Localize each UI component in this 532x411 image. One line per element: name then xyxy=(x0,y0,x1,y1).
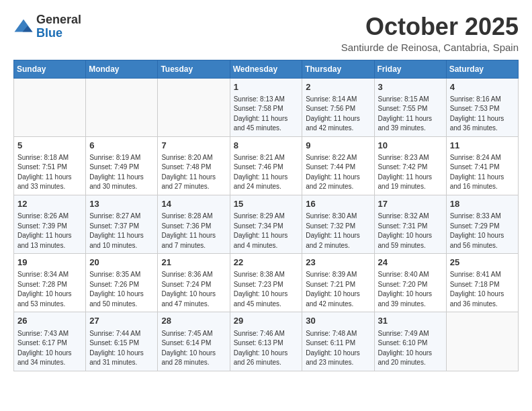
calendar-cell: 1Sunrise: 8:13 AMSunset: 7:58 PMDaylight… xyxy=(230,78,302,136)
weekday-header-wednesday: Wednesday xyxy=(230,60,302,78)
calendar-cell: 13Sunrise: 8:27 AMSunset: 7:37 PMDayligh… xyxy=(86,195,158,253)
weekday-header-saturday: Saturday xyxy=(446,60,518,78)
calendar-week-4: 19Sunrise: 8:34 AMSunset: 7:28 PMDayligh… xyxy=(14,254,519,312)
day-number: 8 xyxy=(234,140,299,152)
calendar-cell xyxy=(86,78,158,136)
day-info: Sunrise: 8:40 AMSunset: 7:20 PMDaylight:… xyxy=(378,270,443,309)
day-number: 22 xyxy=(234,257,299,269)
day-number: 20 xyxy=(89,257,154,269)
day-info: Sunrise: 8:41 AMSunset: 7:18 PMDaylight:… xyxy=(450,270,515,309)
calendar-cell: 29Sunrise: 7:46 AMSunset: 6:13 PMDayligh… xyxy=(230,312,302,371)
day-info: Sunrise: 8:22 AMSunset: 7:44 PMDaylight:… xyxy=(306,153,370,192)
calendar-cell: 2Sunrise: 8:14 AMSunset: 7:56 PMDaylight… xyxy=(302,78,374,136)
day-info: Sunrise: 8:35 AMSunset: 7:26 PMDaylight:… xyxy=(89,270,154,309)
calendar-cell: 21Sunrise: 8:36 AMSunset: 7:24 PMDayligh… xyxy=(158,254,230,312)
day-number: 9 xyxy=(306,140,370,152)
day-number: 18 xyxy=(450,198,515,210)
day-info: Sunrise: 8:15 AMSunset: 7:55 PMDaylight:… xyxy=(378,95,443,134)
calendar-cell: 22Sunrise: 8:38 AMSunset: 7:23 PMDayligh… xyxy=(230,254,302,312)
day-number: 1 xyxy=(234,81,299,93)
day-number: 27 xyxy=(89,315,154,327)
calendar-cell: 19Sunrise: 8:34 AMSunset: 7:28 PMDayligh… xyxy=(14,254,86,312)
title-block: October 2025 Santiurde de Reinosa, Canta… xyxy=(341,13,519,53)
calendar-cell: 8Sunrise: 8:21 AMSunset: 7:46 PMDaylight… xyxy=(230,136,302,195)
day-number: 10 xyxy=(378,140,443,152)
day-info: Sunrise: 8:38 AMSunset: 7:23 PMDaylight:… xyxy=(234,270,299,309)
day-info: Sunrise: 8:28 AMSunset: 7:36 PMDaylight:… xyxy=(161,212,226,250)
month-title: October 2025 xyxy=(341,13,519,40)
weekday-header-sunday: Sunday xyxy=(14,60,86,78)
logo-icon xyxy=(13,17,34,37)
page-header: General Blue October 2025 Santiurde de R… xyxy=(13,13,519,53)
calendar-cell: 10Sunrise: 8:23 AMSunset: 7:42 PMDayligh… xyxy=(374,136,446,195)
day-number: 11 xyxy=(450,140,515,152)
calendar-cell: 17Sunrise: 8:32 AMSunset: 7:31 PMDayligh… xyxy=(374,195,446,253)
day-info: Sunrise: 8:23 AMSunset: 7:42 PMDaylight:… xyxy=(378,153,443,192)
day-info: Sunrise: 8:18 AMSunset: 7:51 PMDaylight:… xyxy=(17,153,82,192)
calendar-cell: 18Sunrise: 8:33 AMSunset: 7:29 PMDayligh… xyxy=(446,195,518,253)
weekday-header-tuesday: Tuesday xyxy=(158,60,230,78)
day-info: Sunrise: 8:27 AMSunset: 7:37 PMDaylight:… xyxy=(89,212,154,250)
day-number: 4 xyxy=(450,81,515,93)
day-number: 14 xyxy=(161,198,226,210)
logo-general: General xyxy=(36,13,81,27)
calendar-week-5: 26Sunrise: 7:43 AMSunset: 6:17 PMDayligh… xyxy=(14,312,519,371)
weekday-header-monday: Monday xyxy=(86,60,158,78)
weekday-header-thursday: Thursday xyxy=(302,60,374,78)
day-info: Sunrise: 8:33 AMSunset: 7:29 PMDaylight:… xyxy=(450,212,515,250)
day-number: 12 xyxy=(17,198,82,210)
calendar-cell: 3Sunrise: 8:15 AMSunset: 7:55 PMDaylight… xyxy=(374,78,446,136)
calendar-table: SundayMondayTuesdayWednesdayThursdayFrid… xyxy=(13,60,519,371)
day-number: 17 xyxy=(378,198,443,210)
calendar-cell: 5Sunrise: 8:18 AMSunset: 7:51 PMDaylight… xyxy=(14,136,86,195)
day-number: 13 xyxy=(89,198,154,210)
calendar-cell: 15Sunrise: 8:29 AMSunset: 7:34 PMDayligh… xyxy=(230,195,302,253)
day-number: 30 xyxy=(306,315,370,327)
day-info: Sunrise: 8:34 AMSunset: 7:28 PMDaylight:… xyxy=(17,270,82,309)
day-info: Sunrise: 8:20 AMSunset: 7:48 PMDaylight:… xyxy=(161,153,226,192)
day-info: Sunrise: 7:46 AMSunset: 6:13 PMDaylight:… xyxy=(234,329,299,368)
calendar-cell: 31Sunrise: 7:49 AMSunset: 6:10 PMDayligh… xyxy=(374,312,446,371)
calendar-cell: 9Sunrise: 8:22 AMSunset: 7:44 PMDaylight… xyxy=(302,136,374,195)
day-number: 21 xyxy=(161,257,226,269)
day-info: Sunrise: 8:36 AMSunset: 7:24 PMDaylight:… xyxy=(161,270,226,309)
logo: General Blue xyxy=(13,13,81,40)
calendar-cell: 25Sunrise: 8:41 AMSunset: 7:18 PMDayligh… xyxy=(446,254,518,312)
day-number: 5 xyxy=(17,140,82,152)
calendar-cell xyxy=(14,78,86,136)
calendar-cell: 24Sunrise: 8:40 AMSunset: 7:20 PMDayligh… xyxy=(374,254,446,312)
calendar-cell: 11Sunrise: 8:24 AMSunset: 7:41 PMDayligh… xyxy=(446,136,518,195)
calendar-cell: 20Sunrise: 8:35 AMSunset: 7:26 PMDayligh… xyxy=(86,254,158,312)
day-number: 25 xyxy=(450,257,515,269)
day-number: 7 xyxy=(161,140,226,152)
day-info: Sunrise: 8:39 AMSunset: 7:21 PMDaylight:… xyxy=(306,270,370,309)
calendar-cell: 6Sunrise: 8:19 AMSunset: 7:49 PMDaylight… xyxy=(86,136,158,195)
calendar-cell: 28Sunrise: 7:45 AMSunset: 6:14 PMDayligh… xyxy=(158,312,230,371)
day-number: 6 xyxy=(89,140,154,152)
calendar-week-1: 1Sunrise: 8:13 AMSunset: 7:58 PMDaylight… xyxy=(14,78,519,136)
day-info: Sunrise: 8:13 AMSunset: 7:58 PMDaylight:… xyxy=(234,95,299,134)
weekday-header-row: SundayMondayTuesdayWednesdayThursdayFrid… xyxy=(14,60,519,78)
day-number: 28 xyxy=(161,315,226,327)
calendar-week-2: 5Sunrise: 8:18 AMSunset: 7:51 PMDaylight… xyxy=(14,136,519,195)
day-info: Sunrise: 7:45 AMSunset: 6:14 PMDaylight:… xyxy=(161,329,226,368)
calendar-cell: 30Sunrise: 7:48 AMSunset: 6:11 PMDayligh… xyxy=(302,312,374,371)
day-info: Sunrise: 8:29 AMSunset: 7:34 PMDaylight:… xyxy=(234,212,299,250)
calendar-cell: 4Sunrise: 8:16 AMSunset: 7:53 PMDaylight… xyxy=(446,78,518,136)
day-number: 23 xyxy=(306,257,370,269)
calendar-cell: 23Sunrise: 8:39 AMSunset: 7:21 PMDayligh… xyxy=(302,254,374,312)
calendar-body: 1Sunrise: 8:13 AMSunset: 7:58 PMDaylight… xyxy=(14,78,519,371)
day-info: Sunrise: 7:44 AMSunset: 6:15 PMDaylight:… xyxy=(89,329,154,368)
day-number: 24 xyxy=(378,257,443,269)
day-info: Sunrise: 8:16 AMSunset: 7:53 PMDaylight:… xyxy=(450,95,515,134)
day-number: 16 xyxy=(306,198,370,210)
day-info: Sunrise: 8:26 AMSunset: 7:39 PMDaylight:… xyxy=(17,212,82,250)
day-number: 29 xyxy=(234,315,299,327)
day-info: Sunrise: 7:49 AMSunset: 6:10 PMDaylight:… xyxy=(378,329,443,368)
day-info: Sunrise: 8:19 AMSunset: 7:49 PMDaylight:… xyxy=(89,153,154,192)
logo-blue: Blue xyxy=(36,27,81,40)
weekday-header-friday: Friday xyxy=(374,60,446,78)
day-number: 26 xyxy=(17,315,82,327)
day-info: Sunrise: 8:14 AMSunset: 7:56 PMDaylight:… xyxy=(306,95,370,134)
calendar-cell: 27Sunrise: 7:44 AMSunset: 6:15 PMDayligh… xyxy=(86,312,158,371)
